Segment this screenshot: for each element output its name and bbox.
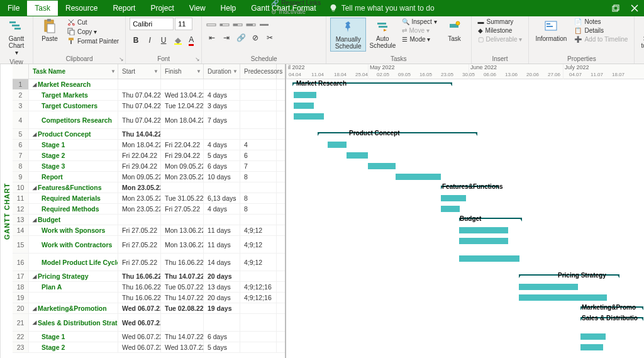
cell-duration[interactable]: 11 days	[204, 236, 240, 253]
cell-start[interactable]: Wed 06.07.22	[118, 303, 161, 313]
cell-start[interactable]: Wed 06.07.22	[118, 342, 161, 352]
add-to-timeline-button[interactable]: ➕Add to Timeline	[572, 35, 630, 43]
cell-task-name[interactable]: Target Customers	[29, 101, 118, 111]
tell-me-search[interactable]: Tell me what you want to do	[329, 4, 435, 13]
format-painter-button[interactable]: Format Painter	[65, 36, 121, 45]
table-row[interactable]: 11Required MaterialsMon 23.05.22Tue 31.0…	[13, 193, 285, 204]
cell-finish[interactable]: Mon 13.06.22	[161, 236, 204, 253]
underline-button[interactable]: U	[157, 34, 170, 47]
col-header-name[interactable]: Task Name▼	[29, 64, 118, 79]
window-restore-button[interactable]	[606, 0, 625, 16]
tab-view[interactable]: View	[182, 1, 213, 16]
cell-start[interactable]: Fri 29.04.22	[118, 161, 161, 171]
cell-task-name[interactable]: Target Markets	[29, 90, 118, 100]
row-number[interactable]: 2	[13, 90, 29, 100]
cell-finish[interactable]	[161, 182, 204, 193]
cell-finish[interactable]: Tue 05.07.22	[161, 282, 204, 292]
row-number[interactable]: 14	[13, 225, 29, 235]
cell-duration[interactable]: 20 days	[204, 293, 240, 303]
cell-finish[interactable]: Mon 09.05.22	[161, 161, 204, 171]
table-row[interactable]: 17◢Pricing StrategyThu 16.06.22Thu 14.07…	[13, 271, 285, 282]
cell-finish[interactable]: Thu 14.07.22	[161, 271, 204, 281]
cell-task-name[interactable]: Report	[29, 172, 118, 182]
split-task-button[interactable]: ✂	[264, 31, 276, 44]
task-bar[interactable]	[347, 152, 368, 159]
cell-predecessors[interactable]	[240, 215, 277, 225]
cell-predecessors[interactable]: 4;9;12	[240, 236, 277, 253]
cell-start[interactable]: Fri 27.05.22	[118, 225, 161, 235]
cell-predecessors[interactable]: 4;9;12;16	[240, 282, 277, 292]
cell-task-name[interactable]: ◢Sales & Distribution Strategy	[29, 314, 118, 331]
paste-button[interactable]: Paste	[37, 18, 62, 43]
cell-finish[interactable]: Mon 23.05.22	[161, 172, 204, 182]
cell-finish[interactable]	[161, 79, 204, 89]
row-number[interactable]: 15	[13, 236, 29, 253]
task-bar[interactable]	[459, 255, 519, 262]
cell-task-name[interactable]: Stage 1	[29, 140, 118, 150]
gantt-row[interactable]	[286, 225, 644, 236]
cell-start[interactable]	[118, 79, 161, 89]
cell-start[interactable]: Wed 06.07.22	[118, 332, 161, 342]
cell-duration[interactable]: 19 days	[204, 303, 240, 313]
cell-duration[interactable]: 7 days	[204, 111, 240, 128]
cell-predecessors[interactable]: 4;9;12;16	[240, 293, 277, 303]
cell-predecessors[interactable]: 4	[240, 140, 277, 150]
mode-button[interactable]: ☰Mode ▾	[399, 35, 440, 43]
notes-button[interactable]: 📄Notes	[572, 18, 630, 26]
cell-task-name[interactable]: Competitors Research	[29, 111, 118, 128]
task-bar[interactable]	[396, 174, 441, 180]
indent-button[interactable]: ⇥	[220, 31, 233, 44]
cell-finish[interactable]	[161, 215, 204, 225]
row-number[interactable]: 11	[13, 193, 29, 203]
fill-color-button[interactable]	[171, 34, 184, 47]
gantt-row[interactable]	[286, 254, 644, 271]
font-name-select[interactable]	[130, 18, 174, 30]
gantt-row[interactable]	[286, 342, 644, 353]
dropdown-icon[interactable]: ▼	[111, 69, 116, 74]
font-color-button[interactable]: A	[185, 34, 197, 47]
row-number[interactable]: 16	[13, 254, 29, 271]
dialog-launcher-icon[interactable]: ↘	[119, 56, 124, 62]
row-number[interactable]: 21	[13, 314, 29, 331]
cell-duration[interactable]: 14 days	[204, 254, 240, 271]
cell-duration[interactable]	[204, 129, 240, 139]
task-bar[interactable]	[328, 142, 347, 148]
dropdown-icon[interactable]: ▼	[153, 69, 158, 74]
gantt-row[interactable]	[286, 204, 644, 215]
col-header-predecessors[interactable]: Predecessors	[240, 64, 277, 79]
window-close-button[interactable]	[625, 0, 644, 16]
cut-button[interactable]: Cut	[65, 18, 121, 26]
cell-predecessors[interactable]	[240, 182, 277, 193]
cell-finish[interactable]: Tue 02.08.22	[161, 303, 204, 313]
cell-duration[interactable]	[204, 79, 240, 89]
deliverable-button[interactable]: ▢Deliverable ▾	[475, 35, 525, 43]
table-row[interactable]: 5◢Product ConceptThu 14.04.22	[13, 129, 285, 140]
cell-finish[interactable]: Wed 13.07.22	[161, 342, 204, 352]
task-bar[interactable]	[459, 227, 508, 233]
cell-start[interactable]: Thu 07.04.22	[118, 101, 161, 111]
cell-finish[interactable]: Thu 16.06.22	[161, 254, 204, 271]
cell-duration[interactable]: 3 days	[204, 101, 240, 111]
cell-start[interactable]: Thu 16.06.22	[118, 282, 161, 292]
cell-duration[interactable]: 5 days	[204, 150, 240, 160]
cell-duration[interactable]: 4 days	[204, 90, 240, 100]
row-number[interactable]: 5	[13, 129, 29, 139]
cell-task-name[interactable]: Stage 2	[29, 342, 118, 352]
gantt-row[interactable]	[286, 101, 644, 111]
gantt-row[interactable]	[286, 150, 644, 161]
gantt-row[interactable]	[286, 193, 644, 204]
table-row[interactable]: 16Model Product Life CycleFri 27.05.22Th…	[13, 254, 285, 271]
tab-help[interactable]: Help	[213, 1, 244, 16]
cell-task-name[interactable]	[29, 293, 118, 303]
cell-duration[interactable]: 6,13 days	[204, 193, 240, 203]
table-row[interactable]: 20◢Marketing&PromotionWed 06.07.22Tue 02…	[13, 303, 285, 314]
task-bar[interactable]	[441, 195, 466, 201]
cell-predecessors[interactable]	[240, 314, 277, 331]
cell-finish[interactable]: Fri 22.04.22	[161, 140, 204, 150]
col-header-row[interactable]	[13, 64, 29, 79]
manually-schedule-button[interactable]: Manually Schedule	[330, 18, 366, 52]
cell-finish[interactable]	[161, 314, 204, 331]
tab-project[interactable]: Project	[143, 1, 181, 16]
cell-predecessors[interactable]	[240, 342, 277, 352]
cell-predecessors[interactable]: 8	[240, 193, 277, 203]
